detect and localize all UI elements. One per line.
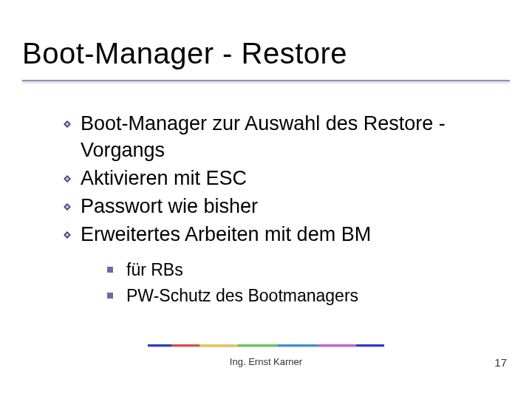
list-item: Aktivieren mit ESC (63, 166, 506, 192)
title-underline (22, 80, 510, 81)
diamond-bullet-icon (63, 231, 72, 239)
diamond-bullet-icon (63, 202, 72, 211)
sub-bullet-text: für RBs (126, 260, 183, 279)
list-item: Passwort wie bisher (63, 194, 506, 220)
diamond-bullet-icon (63, 120, 72, 129)
list-item: Boot-Manager zur Auswahl des Restore -Vo… (63, 111, 506, 164)
square-bullet-icon (107, 293, 113, 299)
page-number: 17 (494, 356, 507, 369)
sub-list: für RBs PW-Schutz des Bootmanagers (107, 257, 506, 310)
slide-body: Boot-Manager zur Auswahl des Restore -Vo… (63, 111, 506, 310)
slide: Boot-Manager - Restore Boot-Manager zur … (0, 0, 532, 399)
bullet-text: Boot-Manager zur Auswahl des Restore -Vo… (81, 112, 446, 161)
bullet-text: Erweitertes Arbeiten mit dem BM (81, 223, 371, 245)
footer-divider (148, 344, 384, 347)
footer-author: Ing. Ernst Karner (0, 356, 532, 367)
sub-bullet-text: PW-Schutz des Bootmanagers (126, 286, 358, 305)
square-bullet-icon (107, 267, 113, 273)
slide-title: Boot-Manager - Restore (22, 37, 347, 70)
list-item: PW-Schutz des Bootmanagers (107, 283, 506, 310)
list-item: für RBs (107, 257, 506, 284)
list-item: Erweitertes Arbeiten mit dem BM (63, 222, 506, 248)
bullet-text: Passwort wie bisher (81, 195, 258, 217)
diamond-bullet-icon (63, 174, 72, 183)
bullet-text: Aktivieren mit ESC (81, 167, 247, 189)
